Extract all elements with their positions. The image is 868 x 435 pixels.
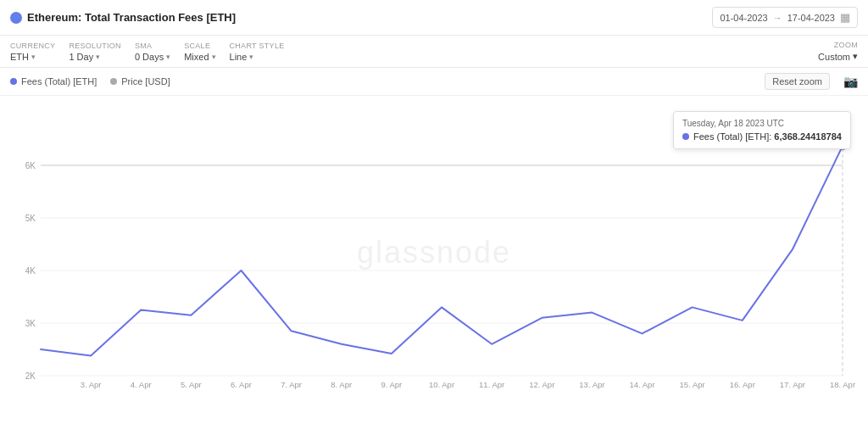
- zoom-select[interactable]: Custom ▾: [818, 51, 858, 62]
- chart-style-group: Chart Style Line ▾: [230, 42, 285, 62]
- chevron-down-icon: ▾: [96, 53, 100, 61]
- svg-text:6K: 6K: [25, 161, 36, 170]
- svg-text:3K: 3K: [25, 319, 36, 328]
- date-end: 17-04-2023: [787, 13, 835, 23]
- camera-icon[interactable]: 📷: [843, 75, 858, 88]
- legend-bar: Fees (Total) [ETH] Price [USD] Reset zoo…: [0, 68, 868, 96]
- svg-text:6. Apr: 6. Apr: [231, 380, 252, 389]
- sma-label: SMA: [135, 42, 170, 50]
- svg-text:3. Apr: 3. Apr: [81, 380, 102, 389]
- date-start: 01-04-2023: [720, 13, 767, 23]
- tooltip-value: Fees (Total) [ETH]: 6,368.24418784: [682, 131, 842, 142]
- svg-text:5K: 5K: [25, 214, 36, 223]
- chevron-down-icon: ▾: [212, 53, 216, 61]
- svg-text:4K: 4K: [25, 266, 36, 276]
- header: Ethereum: Total Transaction Fees [ETH] 0…: [0, 0, 868, 36]
- page-title: Ethereum: Total Transaction Fees [ETH]: [10, 11, 236, 24]
- reset-zoom-button[interactable]: Reset zoom: [765, 73, 830, 90]
- svg-text:5. Apr: 5. Apr: [181, 380, 202, 389]
- toolbar: Currency ETH ▾ Resolution 1 Day ▾ SMA 0 …: [0, 36, 868, 68]
- svg-text:15. Apr: 15. Apr: [680, 380, 705, 389]
- tooltip-date: Tuesday, Apr 18 2023 UTC: [682, 119, 842, 128]
- chevron-down-icon: ▾: [249, 53, 253, 61]
- svg-text:7. Apr: 7. Apr: [281, 380, 302, 389]
- svg-text:2K: 2K: [25, 371, 36, 381]
- svg-text:8. Apr: 8. Apr: [331, 380, 352, 389]
- tooltip-label: Fees (Total) [ETH]: 6,368.24418784: [693, 131, 842, 142]
- svg-text:10. Apr: 10. Apr: [429, 380, 454, 389]
- chart-style-select[interactable]: Line ▾: [230, 52, 285, 62]
- eth-icon: [10, 12, 22, 24]
- resolution-label: Resolution: [69, 42, 121, 50]
- zoom-group: Zoom Custom ▾: [818, 41, 858, 62]
- sma-select[interactable]: 0 Days ▾: [135, 52, 170, 62]
- chevron-down-icon: ▾: [853, 51, 858, 62]
- chart-container: 2K3K4K5K6K3. Apr4. Apr5. Apr6. Apr7. Apr…: [0, 96, 868, 410]
- chevron-down-icon: ▾: [31, 53, 36, 61]
- tooltip-box: Tuesday, Apr 18 2023 UTC Fees (Total) [E…: [673, 111, 851, 149]
- legend-fees: Fees (Total) [ETH]: [10, 76, 97, 86]
- currency-label: Currency: [10, 42, 55, 50]
- scale-group: Scale Mixed ▾: [184, 42, 215, 62]
- sma-group: SMA 0 Days ▾: [135, 42, 170, 62]
- svg-text:18. Apr: 18. Apr: [830, 380, 855, 389]
- svg-text:17. Apr: 17. Apr: [780, 380, 805, 389]
- svg-text:12. Apr: 12. Apr: [529, 380, 554, 389]
- calendar-icon: ▦: [840, 11, 850, 24]
- svg-text:16. Apr: 16. Apr: [730, 380, 755, 389]
- scale-select[interactable]: Mixed ▾: [184, 52, 215, 62]
- date-arrow: →: [773, 13, 782, 23]
- legend-price: Price [USD]: [110, 76, 170, 86]
- svg-text:14. Apr: 14. Apr: [629, 380, 654, 389]
- resolution-select[interactable]: 1 Day ▾: [69, 52, 121, 62]
- chart-style-label: Chart Style: [230, 42, 285, 50]
- tooltip-dot: [682, 133, 689, 140]
- zoom-label: Zoom: [834, 41, 858, 49]
- svg-text:9. Apr: 9. Apr: [381, 380, 402, 389]
- scale-label: Scale: [184, 42, 215, 50]
- date-range[interactable]: 01-04-2023 → 17-04-2023 ▦: [712, 7, 858, 28]
- resolution-group: Resolution 1 Day ▾: [69, 42, 121, 62]
- fees-dot: [10, 78, 17, 85]
- svg-text:4. Apr: 4. Apr: [131, 380, 152, 389]
- svg-text:11. Apr: 11. Apr: [479, 380, 504, 389]
- chevron-down-icon: ▾: [166, 53, 170, 61]
- currency-select[interactable]: ETH ▾: [10, 52, 55, 62]
- price-dot: [110, 78, 117, 85]
- svg-text:13. Apr: 13. Apr: [579, 380, 604, 389]
- currency-group: Currency ETH ▾: [10, 42, 55, 62]
- tooltip-num: 6,368.24418784: [774, 131, 842, 142]
